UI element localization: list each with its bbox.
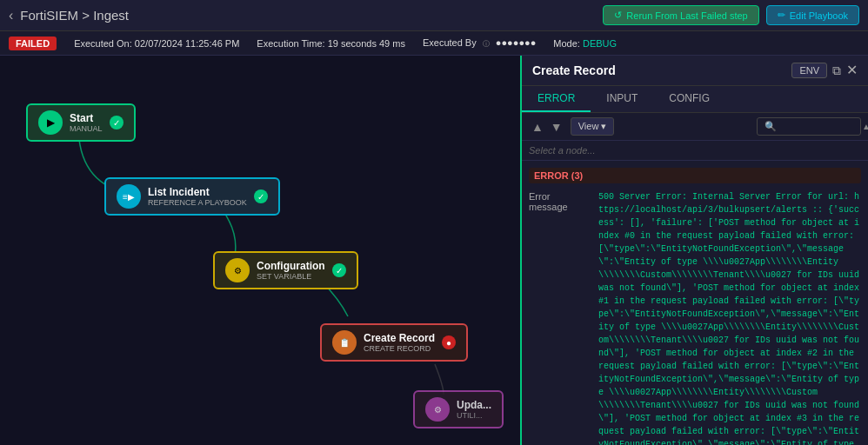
top-bar: ‹ FortiSIEM > Ingest ↺ Rerun From Last F… [0,0,868,31]
node-selector[interactable]: Select a node... [522,141,868,161]
edit-icon: ✏ [778,10,785,21]
mode-label: Mode: [553,38,580,49]
configuration-node[interactable]: ⚙ Configuration SET VARIABLE ✓ [213,251,358,289]
page-title: FortiSIEM > Ingest [20,8,129,23]
update-node-label: Upda... UTILI... [457,399,491,420]
arrow-down-icon[interactable]: ▼ [548,119,565,135]
start-node[interactable]: ▶ Start MANUAL ✓ [26,103,136,142]
arrow-up-icon[interactable]: ▲ [529,119,546,135]
panel-tabs: ERROR INPUT CONFIG [522,86,868,113]
create-record-icon: 📋 [332,330,357,355]
rerun-button[interactable]: ↺ Rerun From Last Failed step [603,5,758,25]
executed-by: Executed By ⓘ ●●●●●●● [423,37,536,49]
rerun-label: Rerun From Last Failed step [626,10,747,21]
page-name: Ingest [93,8,129,23]
right-panel: Create Record ENV ⧉ ✕ ERROR INPUT CONFIG… [520,56,868,445]
toolbar-arrows: ▲ ▼ [529,119,565,135]
error-row: Errormessage 500 Server Error: Internal … [529,190,861,445]
create-record-node[interactable]: 📋 Create Record CREATE RECORD ● [320,323,468,362]
separator: > [78,8,93,23]
config-node-check: ✓ [332,263,346,277]
nav-back-icon[interactable]: ‹ [9,8,13,23]
tab-input[interactable]: INPUT [591,86,653,112]
tab-error[interactable]: ERROR [522,86,591,112]
edit-playbook-button[interactable]: ✏ Edit Playbook [766,5,859,25]
list-incident-icon: ≡▶ [117,184,141,209]
start-node-icon: ▶ [38,110,63,135]
top-bar-actions: ↺ Rerun From Last Failed step ✏ Edit Pla… [603,5,859,25]
error-value: 500 Server Error: Internal Server Error … [598,190,861,445]
list-incident-label: List Incident REFERENCE A PLAYBOOK [148,186,247,207]
exec-time-label: Execution Time: [257,38,324,49]
list-incident-check: ✓ [254,189,268,203]
env-button[interactable]: ENV [791,63,827,78]
config-node-label: Configuration SET VARIABLE [257,260,325,281]
search-input[interactable] [780,122,858,132]
create-record-label: Create Record CREATE RECORD [364,332,435,353]
canvas-area[interactable]: ▶ Start MANUAL ✓ ≡▶ List Incident REFERE… [0,56,520,445]
executed-on-value: 02/07/2024 11:25:46 PM [135,38,239,49]
view-dropdown[interactable]: View ▾ [571,117,615,136]
mode: Mode: DEBUG [553,38,617,49]
executed-on-label: Executed On: [74,38,132,49]
update-node[interactable]: ⚙ Upda... UTILI... [413,390,504,428]
exec-by-value: ●●●●●●● [496,37,537,48]
error-header: ERROR (3) [529,168,861,183]
close-button[interactable]: ✕ [846,63,858,77]
config-node-icon: ⚙ [225,258,250,282]
panel-header-actions: ENV ⧉ ✕ [791,63,858,78]
executed-on: Executed On: 02/07/2024 11:25:46 PM [74,38,239,49]
status-bar: FAILED Executed On: 02/07/2024 11:25:46 … [0,31,868,56]
panel-header: Create Record ENV ⧉ ✕ [522,56,868,86]
search-icon: 🔍 [765,121,777,132]
copy-icon[interactable]: ⧉ [832,63,841,78]
error-key-label: Errormessage [529,190,598,445]
error-section: ERROR (3) Errormessage 500 Server Error:… [522,161,868,445]
exec-time-value: 19 seconds 49 ms [328,38,405,49]
edit-label: Edit Playbook [790,10,848,21]
app-name: FortiSIEM [20,8,78,23]
main-layout: ▶ Start MANUAL ✓ ≡▶ List Incident REFERE… [0,56,868,445]
tab-config[interactable]: CONFIG [653,86,725,112]
create-record-error: ● [442,335,456,349]
panel-toolbar: ▲ ▼ View ▾ 🔍 ▲▼ [522,113,868,141]
update-node-icon: ⚙ [425,397,450,422]
mode-value: DEBUG [583,38,617,49]
start-node-check: ✓ [110,116,124,130]
rerun-icon: ↺ [614,10,622,21]
failed-badge: FAILED [9,37,57,50]
list-incident-node[interactable]: ≡▶ List Incident REFERENCE A PLAYBOOK ✓ [104,177,280,216]
panel-title: Create Record [532,63,616,77]
execution-time: Execution Time: 19 seconds 49 ms [257,38,405,49]
search-box[interactable]: 🔍 ▲▼ [757,117,861,136]
view-label: View ▾ [578,121,607,132]
start-node-label: Start MANUAL [70,112,103,133]
exec-by-label: Executed By [423,37,477,48]
sort-arrows-icon[interactable]: ▲▼ [862,122,868,131]
